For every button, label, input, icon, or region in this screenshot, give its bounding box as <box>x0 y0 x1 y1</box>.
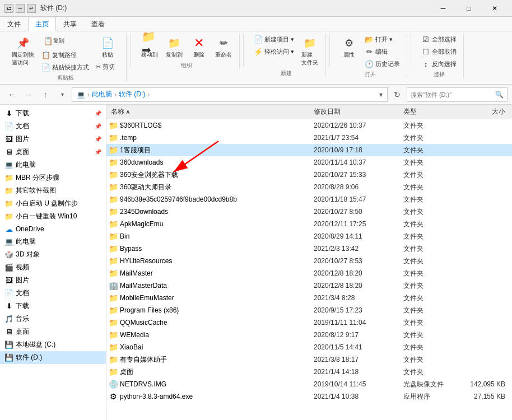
table-row[interactable]: 📁 1客服项目 2020/10/9 17:18 文件夹 <box>106 144 512 156</box>
sidebar-item-video[interactable]: 🎬 视频 <box>0 261 106 274</box>
file-name: MailMaster <box>120 269 153 277</box>
sidebar-item-download[interactable]: ⬇ 下载 📌 <box>0 107 106 120</box>
tab-share[interactable]: 共享 <box>56 17 84 31</box>
sidebar-item-desktop2[interactable]: 🖥 桌面 <box>0 325 106 338</box>
table-row[interactable]: 📁 MailMaster 2020/12/8 18:20 文件夹 <box>106 267 512 279</box>
table-row[interactable]: 📁 有专自媒体助手 2021/3/8 18:17 文件夹 <box>106 353 512 366</box>
table-row[interactable]: 📁 XiaoBai 2020/11/5 14:41 文件夹 <box>106 341 512 353</box>
up-button[interactable]: ↑ <box>38 87 53 102</box>
properties-button[interactable]: ⚙ 属性 <box>338 34 360 69</box>
sidebar-item-downloads[interactable]: ⬇ 下载 <box>0 300 106 312</box>
file-date: 2021/2/3 13:42 <box>314 245 403 253</box>
divider-4 <box>411 34 411 67</box>
recent-locations-button[interactable]: ▾ <box>55 87 69 102</box>
table-row[interactable]: 📁 $360RTLOG$ 2020/12/26 10:37 文件夹 <box>106 119 512 132</box>
sidebar-item-music[interactable]: 🎵 音乐 <box>0 312 106 325</box>
paste-shortcut-button[interactable]: 📄 粘贴快捷方式 <box>39 62 91 73</box>
quick-access-icon[interactable]: ─ <box>16 4 25 13</box>
delete-icon: ✕ <box>191 35 207 51</box>
table-row[interactable]: 📁 360安全浏览器下载 2020/10/27 15:33 文件夹 <box>106 169 512 181</box>
refresh-button[interactable]: ↻ <box>390 87 404 102</box>
copy-to-button[interactable]: 📁 复制到 <box>163 34 185 60</box>
rename-button[interactable]: ✏ 重命名 <box>212 34 235 60</box>
table-row[interactable]: 📁 .temp 2021/1/7 23:54 文件夹 <box>106 132 512 144</box>
maximize-button[interactable]: □ <box>456 0 482 17</box>
copy-button[interactable]: 📋 复制 <box>39 34 91 48</box>
col-name-header[interactable]: 名称 ∧ <box>109 107 314 116</box>
cut-button[interactable]: ✂ 剪切 <box>94 62 122 72</box>
table-row[interactable]: 📁 Bypass 2021/2/3 13:42 文件夹 <box>106 242 512 255</box>
table-row[interactable]: 📁 QQMusicCache 2019/11/11 11:04 文件夹 <box>106 316 512 329</box>
new-folder-button[interactable]: 📁 新建文件夹 <box>299 34 321 68</box>
sidebar-item-pics[interactable]: 🖼 图片 📌 <box>0 133 106 146</box>
sidebar-item-other-software[interactable]: 📁 其它软件截图 <box>0 184 106 197</box>
tab-file[interactable]: 文件 <box>0 17 28 31</box>
new-item-button[interactable]: 📄 新建项目 ▾ <box>252 34 296 45</box>
sidebar-item-desktop[interactable]: 🖥 桌面 📌 <box>0 146 106 158</box>
table-row[interactable]: 💿 NETDRVS.IMG 2019/10/14 11:45 光盘映像文件 14… <box>106 378 512 390</box>
table-row[interactable]: 📁 Bin 2020/8/29 14:11 文件夹 <box>106 230 512 242</box>
table-row[interactable]: 📁 Program Files (x86) 2020/9/15 17:23 文件… <box>106 304 512 316</box>
breadcrumb-expand-icon[interactable]: ▾ <box>379 91 383 99</box>
sidebar-download-label: 下载 <box>16 109 29 118</box>
table-row[interactable]: 📁 946b38e35c0259746f9bade00dcd9b8b 2020/… <box>106 193 512 206</box>
sidebar-item-onedrive[interactable]: ☁ OneDrive <box>0 223 106 235</box>
back-button[interactable]: ← <box>4 87 19 102</box>
select-all-button[interactable]: ☑ 全部选择 <box>419 34 459 45</box>
pin-button[interactable]: 📌 固定到快速访问 <box>9 34 37 73</box>
table-row[interactable]: 📁 HYLiteResources 2020/10/27 8:53 文件夹 <box>106 255 512 267</box>
sidebar-item-local-c[interactable]: 💾 本地磁盘 (C:) <box>0 338 106 351</box>
sidebar-item-pictures[interactable]: 🖼 图片 <box>0 274 106 287</box>
copy-path-label: 复制路径 <box>52 51 77 59</box>
col-type-header[interactable]: 类型 <box>403 107 454 116</box>
undo-icon[interactable]: ↩ <box>27 4 36 13</box>
tab-home[interactable]: 主页 <box>28 17 56 31</box>
file-date: 2021/3/8 18:17 <box>314 356 403 363</box>
minimize-button[interactable]: ─ <box>430 0 456 17</box>
paste-button[interactable]: 📄 粘贴 <box>94 34 122 60</box>
sidebar-pics-label: 图片 <box>16 134 29 144</box>
delete-button[interactable]: ✕ 删除 <box>188 34 210 60</box>
breadcrumb-drive[interactable]: 软件 (D:) <box>119 90 145 99</box>
table-row[interactable]: 🏢 MailMasterData 2020/12/8 18:20 文件夹 <box>106 279 512 292</box>
sidebar-item-documents[interactable]: 📄 文档 <box>0 287 106 300</box>
history-button[interactable]: 🕐 历史记录 <box>362 58 402 69</box>
sidebar-item-xiaobai-u[interactable]: 📁 小白启动 U 盘制作步 <box>0 197 106 210</box>
forward-button[interactable]: → <box>21 87 36 102</box>
copy-path-button[interactable]: 📋 复制路径 <box>39 49 91 60</box>
sidebar-item-xiaobai-win10[interactable]: 📁 小白一键重装 Win10 <box>0 210 106 223</box>
tab-view[interactable]: 查看 <box>84 17 112 31</box>
sidebar-item-software-d[interactable]: 💾 软件 (D:) <box>0 351 106 364</box>
close-button[interactable]: ✕ <box>482 0 508 17</box>
col-size-header[interactable]: 大小 <box>454 107 510 116</box>
table-row[interactable]: 📁 360驱动大师目录 2020/8/28 9:06 文件夹 <box>106 181 512 193</box>
table-row[interactable]: 📁 WEMedia 2020/8/12 9:17 文件夹 <box>106 329 512 341</box>
table-row[interactable]: 📁 MobileEmuMaster 2021/3/4 8:28 文件夹 <box>106 292 512 304</box>
downloads-icon: ⬇ <box>4 302 13 311</box>
invert-select-button[interactable]: ↕ 反向选择 <box>419 58 459 69</box>
sidebar-item-mbr[interactable]: 📁 MBR 分区步骤 <box>0 171 106 184</box>
col-date-header[interactable]: 修改日期 <box>314 107 403 116</box>
table-row[interactable]: ⚙ python-3.8.3-amd64.exe 2021/1/4 10:38 … <box>106 390 512 403</box>
group-clipboard: 📌 固定到快速访问 📋 复制 📋 复制路径 📄 粘贴快捷方式 <box>4 34 127 82</box>
search-input[interactable] <box>411 91 495 98</box>
file-icon-1: 📁 <box>109 133 118 142</box>
pin-indicator-2: 📌 <box>95 123 101 129</box>
clipboard-label: 剪贴板 <box>57 73 74 82</box>
select-none-button[interactable]: ☐ 全部取消 <box>419 46 459 57</box>
sidebar-item-docs[interactable]: 📄 文档 📌 <box>0 120 106 133</box>
easy-access-button[interactable]: ⚡ 轻松访问 ▾ <box>252 46 296 57</box>
open-button[interactable]: 📂 打开 ▾ <box>362 34 402 45</box>
move-button[interactable]: 📁➡ 移动到 <box>138 34 161 60</box>
file-name: 2345Downloads <box>120 208 168 216</box>
sidebar-item-this-computer[interactable]: 💻 此电脑 <box>0 235 106 248</box>
breadcrumb-computer[interactable]: 此电脑 <box>92 90 112 99</box>
table-row[interactable]: 📁 2345Downloads 2020/10/27 8:50 文件夹 <box>106 206 512 218</box>
table-row[interactable]: 📁 ApkMagicEmu 2020/12/11 17:25 文件夹 <box>106 218 512 230</box>
table-row[interactable]: 📁 桌面 2021/1/4 14:18 文件夹 <box>106 366 512 378</box>
edit-button[interactable]: ✏ 编辑 <box>362 46 402 57</box>
sidebar-item-computer[interactable]: 💻 此电脑 <box>0 158 106 171</box>
table-row[interactable]: 📁 360downloads 2020/11/14 10:37 文件夹 <box>106 156 512 169</box>
sidebar-item-3d[interactable]: 🎲 3D 对象 <box>0 248 106 261</box>
edit-icon: ✏ <box>365 47 374 56</box>
